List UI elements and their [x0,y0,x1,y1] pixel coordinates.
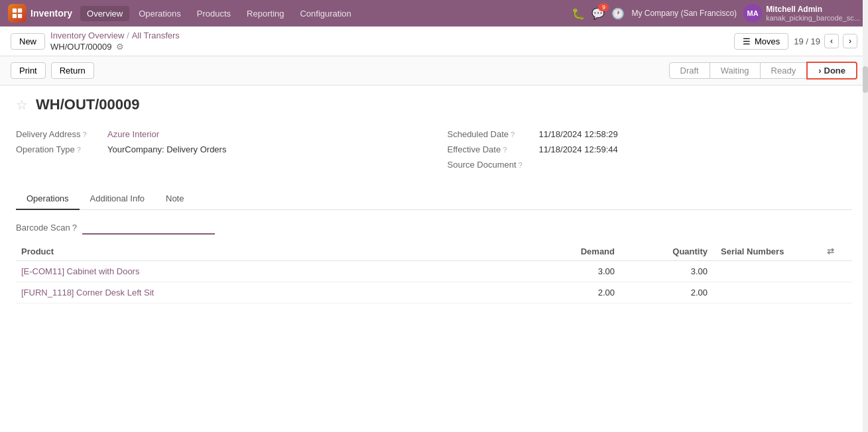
bug-icon: 🐛 [572,8,585,19]
operation-type-field: Operation Type ? YourCompany: Delivery O… [16,142,421,157]
effective-date-field: Effective Date ? 11/18/2024 12:59:44 [448,142,853,157]
table-row: [FURN_1118] Corner Desk Left Sit 2.00 2.… [16,282,852,303]
status-done[interactable]: › Done [806,62,857,80]
col-product: Product [21,246,535,256]
user-info: Mitchell Admin kanak_picking_barcode_sc.… [766,5,860,22]
adjust-icon[interactable]: ⇄ [827,246,834,256]
scrollbar[interactable] [863,0,868,314]
user-sub: kanak_picking_barcode_sc... [766,14,860,22]
chat-badge: 9 [598,3,609,11]
company-selector[interactable]: My Company (San Francisco) [631,9,737,18]
product-1-link[interactable]: [E-COM11] Cabinet with Doors [21,266,535,276]
nav-right-area: 🐛 💬 9 🕐 My Company (San Francisco) MA Mi… [572,4,860,23]
next-button[interactable]: › [843,34,857,48]
action-bar: Print Return Draft Waiting Ready › Done [0,56,868,85]
nav-overview[interactable]: Overview [80,6,129,21]
gear-icon[interactable]: ⚙ [116,42,124,52]
favorite-star-icon[interactable]: ☆ [16,97,28,113]
bug-icon-btn[interactable]: 🐛 [572,7,585,20]
status-arrow-icon: › [818,66,821,76]
delivery-address-value[interactable]: Azure Interior [107,129,159,139]
breadcrumb-bar: NewInventory Overview/All TransfersWH/OU… [0,27,868,56]
product-1-quantity: 3.00 [628,266,721,276]
status-ready[interactable]: Ready [760,62,808,79]
return-button[interactable]: Return [51,62,94,79]
effective-date-label: Effective Date ? [448,144,534,154]
app-name: Inventory [31,8,72,19]
print-button[interactable]: Print [11,62,46,79]
user-name: Mitchell Admin [766,5,860,14]
delivery-address-label: Delivery Address ? [16,129,102,139]
status-bar: Draft Waiting Ready › Done [99,62,857,80]
source-document-help[interactable]: ? [519,161,523,169]
pagination-count: 19 / 19 [794,36,820,46]
barcode-scan-row: Barcode Scan ? [16,221,852,235]
effective-date-value: 11/18/2024 12:59:44 [539,144,618,154]
nav-configuration[interactable]: Configuration [293,6,357,21]
col-quantity: Quantity [628,246,721,256]
avatar: MA [743,4,762,23]
pagination: 19 / 19‹› [794,34,857,48]
nav-operations[interactable]: Operations [132,6,188,21]
operation-type-label: Operation Type ? [16,144,102,154]
svg-rect-3 [18,14,22,18]
svg-rect-1 [18,9,22,13]
table-header: Product Demand Quantity Serial Numbers ⇄ [16,243,852,261]
product-2-link[interactable]: [FURN_1118] Corner Desk Left Sit [21,288,535,297]
product-1-demand: 3.00 [535,266,628,276]
col-serial: Serial Numbers [721,246,827,256]
scheduled-date-field: Scheduled Date ? 11/18/2024 12:58:29 [448,127,853,142]
col-actions: ⇄ [827,246,847,256]
breadcrumb-inventory-overview[interactable]: Inventory Overview [50,30,124,40]
prev-button[interactable]: ‹ [824,34,839,48]
tab-note[interactable]: Note [155,188,194,210]
nav-products[interactable]: Products [190,6,237,21]
chat-icon-btn[interactable]: 💬 9 [591,7,605,20]
status-waiting[interactable]: Waiting [710,62,761,79]
source-document-label: Source Document ? [448,160,534,170]
products-table: Product Demand Quantity Serial Numbers ⇄… [16,243,852,303]
operation-type-help[interactable]: ? [77,146,81,154]
col-demand: Demand [535,246,628,256]
moves-button[interactable]: ☰ Moves [734,33,788,50]
clock-icon-btn[interactable]: 🕐 [611,7,625,20]
product-2-demand: 2.00 [535,288,628,297]
new-button[interactable]: New [11,33,45,50]
breadcrumb-current: WH/OUT/00009 [50,42,111,52]
operation-type-value: YourCompany: Delivery Orders [107,144,226,154]
source-document-field: Source Document ? [448,157,853,172]
barcode-label: Barcode Scan ? [16,223,77,233]
delivery-address-field: Delivery Address ? Azure Interior [16,127,421,142]
clock-icon: 🕐 [611,8,625,19]
left-fields: Delivery Address ? Azure Interior Operat… [16,127,421,172]
tab-bar: Operations Additional Info Note [16,188,852,210]
tab-operations[interactable]: Operations [16,188,80,210]
svg-rect-0 [13,9,17,13]
main-content: ☆ WH/OUT/00009 Delivery Address ? Azure … [0,85,868,314]
tab-additional-info[interactable]: Additional Info [80,188,155,210]
nav-reporting[interactable]: Reporting [240,6,290,21]
barcode-input[interactable] [82,221,215,235]
scheduled-date-label: Scheduled Date ? [448,129,534,139]
svg-rect-2 [13,14,17,18]
effective-date-help[interactable]: ? [503,146,507,154]
form-section: Delivery Address ? Azure Interior Operat… [16,127,852,172]
delivery-address-help[interactable]: ? [83,131,87,138]
user-menu[interactable]: MA Mitchell Admin kanak_picking_barcode_… [743,4,860,23]
logo-icon [8,4,27,23]
product-2-quantity: 2.00 [628,288,721,297]
top-navigation: Inventory Overview Operations Products R… [0,0,868,27]
record-header: ☆ WH/OUT/00009 [16,96,852,113]
right-fields: Scheduled Date ? 11/18/2024 12:58:29 Eff… [448,127,853,172]
scheduled-date-help[interactable]: ? [511,131,515,138]
status-draft[interactable]: Draft [669,62,710,79]
table-row: [E-COM11] Cabinet with Doors 3.00 3.00 [16,261,852,282]
record-title: WH/OUT/00009 [36,96,140,113]
scheduled-date-value: 11/18/2024 12:58:29 [539,129,618,139]
scrollbar-thumb[interactable] [863,66,868,93]
app-logo[interactable]: Inventory [8,4,72,23]
breadcrumb-all-transfers[interactable]: All Transfers [132,30,180,40]
barcode-help-icon[interactable]: ? [72,223,77,233]
